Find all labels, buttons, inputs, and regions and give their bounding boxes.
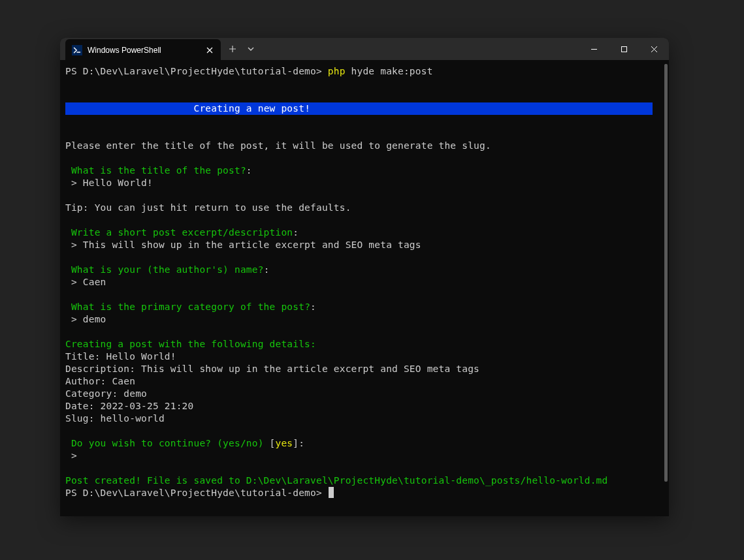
- answer-4: > demo: [65, 314, 106, 324]
- command-php: php: [328, 66, 346, 76]
- tab-dropdown-icon[interactable]: [247, 45, 255, 53]
- tab-actions: [221, 38, 255, 60]
- prompt-line: PS D:\Dev\Laravel\ProjectHyde\tutorial-d…: [65, 66, 328, 76]
- answer-2: > This will show up in the article excer…: [65, 240, 421, 250]
- summary-category: Category: demo: [65, 388, 147, 399]
- tab-close-icon[interactable]: [205, 46, 214, 55]
- tab-title: Windows PowerShell: [88, 46, 205, 55]
- window-controls: [579, 38, 669, 60]
- tip-text: Tip: You can just hit return to use the …: [65, 202, 351, 213]
- command-args: hyde make:post: [346, 66, 433, 76]
- cursor: [329, 487, 334, 498]
- maximize-button[interactable]: [609, 38, 639, 60]
- close-button[interactable]: [639, 38, 669, 60]
- question-2: Write a short post excerpt/description: [71, 227, 293, 238]
- summary-author: Author: Caen: [65, 376, 135, 386]
- confirm-answer: >: [65, 450, 77, 461]
- scrollbar[interactable]: [664, 64, 668, 482]
- active-tab[interactable]: Windows PowerShell: [65, 39, 221, 61]
- summary-date: Date: 2022-03-25 21:20: [65, 401, 193, 411]
- terminal-content: PS D:\Dev\Laravel\ProjectHyde\tutorial-d…: [65, 65, 664, 499]
- minimize-button[interactable]: [579, 38, 609, 60]
- svg-rect-0: [621, 46, 626, 52]
- summary-header: Creating a post with the following detai…: [65, 339, 316, 349]
- summary-title: Title: Hello World!: [65, 351, 176, 362]
- answer-3: > Caen: [65, 277, 106, 287]
- confirm-question: Do you wish to continue? (yes/no): [71, 438, 264, 448]
- summary-slug: Slug: hello-world: [65, 413, 165, 424]
- titlebar: Windows PowerShell: [60, 38, 669, 60]
- question-3: What is your (the author's) name?: [71, 264, 264, 275]
- question-1: What is the title of the post?: [71, 165, 246, 176]
- summary-desc: Description: This will show up in the ar…: [65, 364, 479, 374]
- new-tab-icon[interactable]: [229, 45, 236, 53]
- answer-1: > Hello World!: [65, 178, 153, 188]
- question-4: What is the primary category of the post…: [71, 302, 310, 312]
- banner: Creating a new post!: [65, 102, 653, 115]
- terminal-body[interactable]: PS D:\Dev\Laravel\ProjectHyde\tutorial-d…: [60, 60, 669, 516]
- powershell-icon: [72, 45, 82, 55]
- terminal-window: Windows PowerShell PS: [60, 38, 669, 516]
- success-message: Post created! File is saved to D:\Dev\La…: [65, 475, 607, 486]
- intro-text: Please enter the title of the post, it w…: [65, 140, 491, 151]
- prompt-line-2: PS D:\Dev\Laravel\ProjectHyde\tutorial-d…: [65, 488, 328, 498]
- confirm-default: yes: [276, 438, 293, 448]
